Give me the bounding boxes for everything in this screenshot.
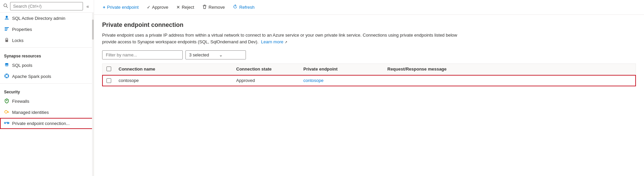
sidebar-item-label: Locks (12, 38, 24, 43)
lock-icon (4, 37, 9, 44)
svg-rect-3 (5, 27, 9, 28)
svg-rect-19 (203, 6, 207, 6)
svg-point-9 (5, 76, 6, 77)
sidebar-item-label: SQL Active Directory admin (12, 16, 65, 21)
row-private-endpoint-link[interactable]: contosope (299, 75, 383, 86)
scrollbar-thumb[interactable] (92, 19, 94, 40)
svg-rect-5 (5, 30, 7, 31)
column-header-private-endpoint: Private endpoint (299, 64, 383, 75)
column-header-request-response: Request/Response message (383, 64, 636, 75)
row-request-response-message (383, 75, 636, 86)
search-icon (3, 3, 8, 9)
divider-synapse (0, 47, 94, 48)
row-connection-state: Approved (232, 75, 299, 86)
svg-rect-6 (5, 40, 8, 42)
refresh-button[interactable]: Refresh (229, 3, 258, 12)
sidebar-item-label: Managed identities (12, 110, 49, 115)
svg-point-13 (5, 111, 7, 113)
chevron-down-icon: ⌄ (219, 52, 223, 57)
svg-rect-4 (5, 29, 8, 29)
approve-label: Approve (152, 5, 168, 10)
svg-point-2 (6, 16, 8, 18)
sidebar-item-sql-pools[interactable]: SQL pools (0, 60, 94, 71)
reject-button[interactable]: ✕ Reject (173, 3, 198, 11)
trash-icon (202, 4, 207, 10)
column-header-connection-name: Connection name (115, 64, 232, 75)
reject-label: Reject (182, 5, 194, 10)
people-icon (4, 15, 9, 21)
filter-input[interactable] (102, 50, 183, 59)
toolbar: + Private endpoint ✓ Approve ✕ Reject Re… (94, 0, 644, 15)
sidebar-item-sql-active-directory[interactable]: SQL Active Directory admin (0, 13, 94, 24)
column-header-connection-state: Connection state (232, 64, 299, 75)
filter-row: 3 selected ⌄ (102, 50, 636, 59)
sidebar-item-firewalls[interactable]: Firewalls (0, 96, 94, 107)
sql-icon (4, 62, 9, 69)
checkmark-icon: ✓ (147, 5, 151, 10)
plus-icon: + (103, 5, 105, 10)
svg-point-10 (6, 74, 7, 75)
filter-selected-text: 3 selected (189, 52, 209, 57)
svg-point-11 (8, 76, 9, 77)
sidebar-item-label: Firewalls (12, 99, 29, 104)
sidebar-item-label: SQL pools (12, 63, 32, 68)
sidebar: « SQL Active Directory admin Properties (0, 0, 94, 176)
sidebar-nav: SQL Active Directory admin Properties Lo… (0, 13, 94, 176)
search-bar: « (0, 0, 94, 13)
divider-security (0, 83, 94, 84)
sidebar-item-label: Private endpoint connection... (12, 121, 70, 126)
approve-button[interactable]: ✓ Approve (143, 3, 172, 11)
sidebar-item-apache-spark-pools[interactable]: Apache Spark pools (0, 71, 94, 82)
section-label-synapse-resources: Synapse resources (0, 49, 94, 60)
row-connection-name: contosope (115, 75, 232, 86)
sidebar-item-properties[interactable]: Properties (0, 24, 94, 35)
row-checkbox[interactable] (106, 78, 111, 83)
filter-dropdown[interactable]: 3 selected ⌄ (185, 50, 246, 59)
sidebar-item-locks[interactable]: Locks (0, 35, 94, 46)
remove-button[interactable]: Remove (199, 3, 228, 12)
sidebar-item-label: Apache Spark pools (12, 74, 51, 79)
x-icon: ✕ (176, 5, 180, 10)
svg-point-17 (4, 122, 6, 124)
main-content: + Private endpoint ✓ Approve ✕ Reject Re… (94, 0, 644, 176)
search-input[interactable] (10, 2, 83, 10)
scrollbar-track (92, 13, 94, 176)
spark-icon (4, 73, 9, 80)
collapse-sidebar-button[interactable]: « (85, 2, 90, 10)
sidebar-item-private-endpoint-connection[interactable]: Private endpoint connection... (0, 118, 94, 129)
svg-point-12 (6, 77, 7, 78)
page-body: Private endpoint connection Private endp… (94, 15, 644, 176)
sidebar-item-label: Properties (12, 27, 32, 32)
learn-more-link[interactable]: Learn more (261, 39, 283, 44)
firewall-icon (4, 98, 9, 104)
section-label-security: Security (0, 85, 94, 96)
table: Connection name Connection state Private… (102, 63, 636, 86)
remove-label: Remove (209, 5, 225, 10)
sidebar-item-managed-identities[interactable]: Managed identities (0, 107, 94, 118)
refresh-icon (233, 4, 238, 10)
table-row: contosope Approved contosope (102, 75, 636, 86)
row-checkbox-cell (102, 75, 115, 86)
table-header: Connection name Connection state Private… (102, 64, 636, 75)
add-private-endpoint-button[interactable]: + Private endpoint (99, 3, 142, 11)
key-icon (4, 109, 9, 116)
page-title: Private endpoint connection (102, 21, 636, 29)
header-checkbox[interactable] (106, 67, 111, 71)
page-description: Private endpoint uses a private IP addre… (102, 32, 472, 45)
endpoint-icon (4, 120, 9, 127)
external-link-icon: ↗ (285, 40, 287, 44)
properties-icon (4, 26, 9, 33)
column-header-checkbox (102, 64, 115, 75)
refresh-label: Refresh (239, 5, 255, 10)
add-private-endpoint-label: Private endpoint (107, 5, 139, 10)
svg-line-1 (6, 6, 8, 8)
